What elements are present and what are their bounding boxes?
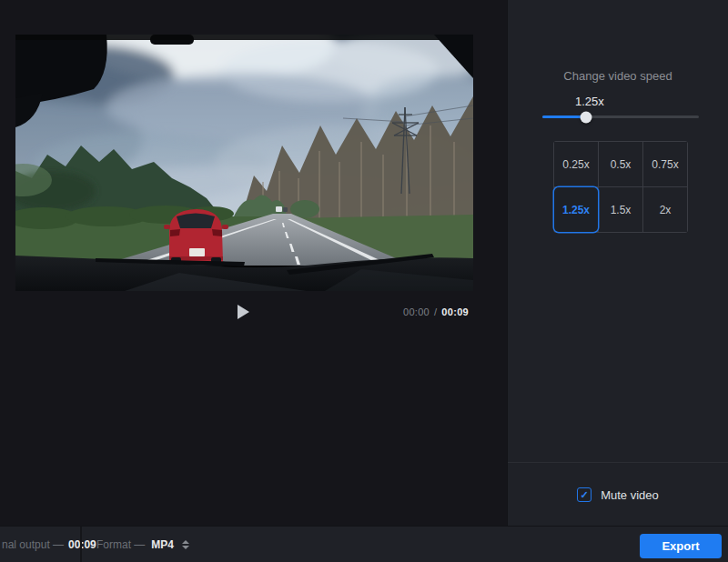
speed-option-1.25x[interactable]: 1.25x	[554, 187, 598, 232]
windshield-top-tint	[15, 35, 473, 40]
time-separator: /	[434, 306, 437, 317]
video-preview	[15, 35, 473, 291]
distant-vehicle-dark	[283, 207, 288, 212]
speed-option-1.5x[interactable]: 1.5x	[599, 187, 642, 232]
export-button[interactable]: Export	[640, 534, 722, 558]
speed-slider-track[interactable]	[542, 115, 699, 118]
distant-vehicle-light	[276, 206, 282, 212]
mute-row: ✓ Mute video	[508, 487, 728, 502]
current-time: 00:00	[403, 306, 430, 317]
dashcam-scene-illustration	[15, 35, 473, 291]
footer-divider	[80, 527, 82, 562]
format-label: Format —	[96, 538, 145, 551]
final-output-duration: 00:09	[68, 538, 96, 551]
checkmark-icon: ✓	[581, 490, 589, 500]
speed-options-grid: 0.25x 0.5x 0.75x 1.25x 1.5x 2x	[553, 141, 688, 233]
speed-slider-value: 1.25x	[575, 95, 604, 108]
format-value: MP4	[151, 538, 174, 551]
panel-divider	[508, 462, 728, 463]
time-display: 00:00 / 00:09	[403, 306, 469, 317]
play-button[interactable]	[229, 300, 257, 324]
speed-slider-thumb[interactable]	[581, 111, 592, 123]
panel-title: Change video speed	[508, 69, 728, 83]
mute-checkbox[interactable]: ✓	[577, 487, 592, 502]
play-icon	[238, 305, 249, 319]
speed-option-0.25x[interactable]: 0.25x	[554, 142, 598, 186]
final-output-info: nal output — 00:09	[2, 527, 96, 562]
speed-settings-panel: Change video speed 1.25x 0.25x 0.5x 0.75…	[507, 0, 728, 526]
mute-label: Mute video	[601, 488, 659, 502]
bottom-bar: nal output — 00:09 Format — MP4 Export	[0, 526, 728, 562]
format-stepper-icon[interactable]	[180, 540, 189, 549]
speed-option-2x[interactable]: 2x	[643, 187, 687, 232]
speed-option-0.75x[interactable]: 0.75x	[643, 142, 687, 186]
format-selector[interactable]: Format — MP4	[96, 527, 189, 562]
duration: 00:09	[441, 306, 469, 317]
speed-option-0.5x[interactable]: 0.5x	[599, 142, 642, 186]
speed-slider: 1.25x	[542, 95, 699, 127]
final-output-label: nal output —	[2, 538, 64, 551]
